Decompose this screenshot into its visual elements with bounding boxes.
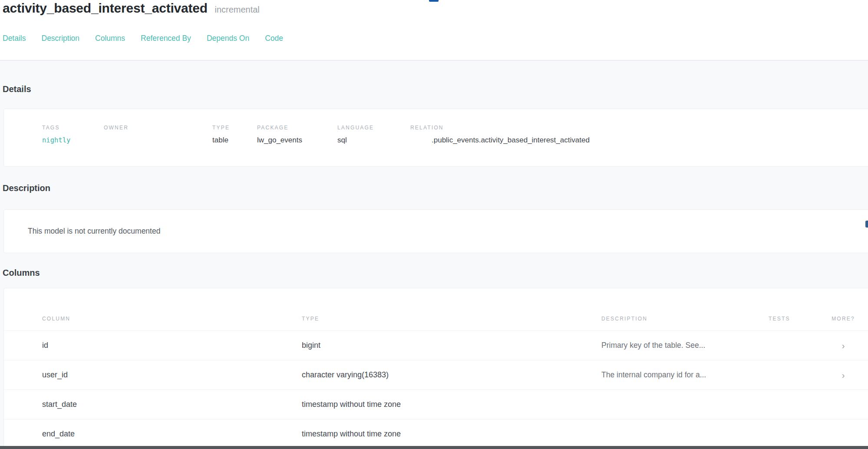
package-value: lw_go_events [257,135,337,145]
tab-code[interactable]: Code [265,33,283,43]
expand-chevron-icon[interactable]: › [824,341,863,350]
column-header-description: DESCRIPTION [601,316,769,322]
column-name-cell: id [42,341,302,350]
column-name-cell: end_date [42,429,302,439]
tab-columns[interactable]: Columns [95,33,125,43]
window-bottom-edge [0,446,868,449]
type-label: TYPE [212,125,257,131]
language-label: LANGUAGE [337,125,410,131]
tab-details[interactable]: Details [3,33,26,43]
table-row-end-date[interactable]: end_date timestamp without time zone [4,419,868,449]
column-header-tests: TESTS [769,316,824,322]
column-header-type: TYPE [302,316,601,322]
tab-description[interactable]: Description [42,33,80,43]
table-row-id[interactable]: id bigint Primary key of the table. See.… [4,330,868,360]
tab-depends-on[interactable]: Depends On [207,33,249,43]
column-header-column: COLUMN [42,316,302,322]
tag-nightly-link[interactable]: nightly [42,135,104,145]
description-placeholder-text: This model is not currently documented [28,227,160,236]
tab-bar: Details Description Columns Referenced B… [3,33,283,43]
details-card: TAGS nightly OWNER TYPE table PACKAGE lw… [3,109,868,167]
type-value: table [212,135,257,145]
column-type-cell: bigint [302,341,601,350]
column-description-cell: The internal company id for a... [601,370,769,380]
column-name-cell: start_date [42,400,302,409]
cropped-edge-button[interactable] [865,221,868,228]
tab-referenced-by[interactable]: Referenced By [141,33,191,43]
owner-label: OWNER [104,125,212,131]
description-card: This model is not currently documented [3,209,868,253]
detail-field-package: PACKAGE lw_go_events [257,125,337,166]
page-title: activity_based_interest_activated [3,1,208,15]
detail-field-tags: TAGS nightly [42,125,104,166]
column-description-cell: Primary key of the table. See... [601,341,769,350]
package-label: PACKAGE [257,125,337,131]
columns-card: COLUMN TYPE DESCRIPTION TESTS MORE? id b… [3,288,868,449]
detail-field-type: TYPE table [212,125,257,166]
columns-table-header: COLUMN TYPE DESCRIPTION TESTS MORE? [4,288,868,330]
relation-value: .public_events.activity_based_interest_a… [410,135,590,145]
details-section-heading: Details [3,84,31,94]
column-type-cell: timestamp without time zone [302,429,601,439]
columns-section-heading: Columns [3,268,40,278]
relation-label: RELATION [410,125,590,131]
description-section-heading: Description [3,183,50,193]
detail-field-owner: OWNER [104,125,212,166]
page-header: activity_based_interest_activated increm… [3,0,260,17]
table-row-user-id[interactable]: user_id character varying(16383) The int… [4,360,868,390]
column-header-more: MORE? [824,316,863,322]
column-type-cell: character varying(16383) [302,370,601,380]
detail-field-relation: RELATION .public_events.activity_based_i… [410,125,590,166]
materialization-badge: incremental [215,5,259,14]
column-type-cell: timestamp without time zone [302,400,601,409]
column-name-cell: user_id [42,370,302,380]
cropped-top-link [429,0,439,2]
language-value: sql [337,135,410,145]
tags-label: TAGS [42,125,104,131]
detail-field-language: LANGUAGE sql [337,125,410,166]
expand-chevron-icon[interactable]: › [824,371,863,380]
table-row-start-date[interactable]: start_date timestamp without time zone [4,390,868,419]
